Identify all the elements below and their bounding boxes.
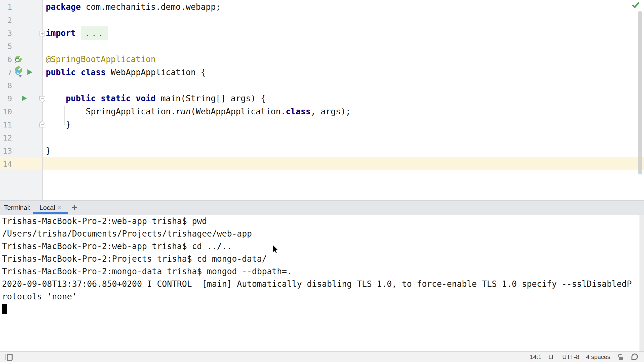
code-line-13[interactable]: }: [46, 144, 51, 157]
code-line-6[interactable]: @SpringBootApplication: [46, 53, 156, 66]
run-icon[interactable]: [21, 95, 28, 102]
line-separator[interactable]: LF: [548, 353, 555, 360]
fold-expand-icon[interactable]: [39, 31, 45, 36]
statusbar-widgets: 14:1LFUTF-84 spaces: [530, 352, 638, 362]
no-problems-checkmark-icon[interactable]: [631, 1, 640, 10]
code-editor[interactable]: 1package com.mechanitis.demo.webapp;23im…: [0, 0, 644, 200]
line-number: 3: [0, 27, 12, 40]
code-token: , args);: [311, 107, 351, 116]
code-line-3[interactable]: import ...: [46, 27, 108, 40]
svg-text:c: c: [17, 70, 19, 75]
code-token: }: [46, 120, 71, 129]
fold-end-icon[interactable]: [39, 120, 46, 128]
line-number: 9: [0, 92, 12, 105]
code-token: WebAppApplication {: [106, 67, 206, 77]
line-number: 8: [0, 79, 12, 92]
terminal-line: Trishas-MacBook-Pro-2:web-app trisha$ cd…: [2, 240, 232, 253]
code-token: }: [46, 146, 51, 156]
code-token: main(String[] args) {: [156, 94, 266, 103]
encoding[interactable]: UTF-8: [562, 353, 579, 360]
folded-import-placeholder[interactable]: ...: [81, 26, 108, 40]
code-token: com.mechanitis.demo.webapp;: [81, 2, 221, 12]
code-line-1[interactable]: package com.mechanitis.demo.webapp;: [46, 1, 221, 14]
code-token: [76, 28, 81, 38]
code-line-10[interactable]: SpringApplication.run(WebAppApplication.…: [46, 105, 351, 118]
code-token: public class: [46, 67, 106, 77]
code-token: package: [46, 2, 81, 12]
run-icon[interactable]: [27, 69, 33, 75]
event-balloon-icon[interactable]: [630, 353, 638, 361]
terminal-line: 2020-09-08T13:37:06.850+0200 I CONTROL […: [2, 278, 632, 290]
caret-position[interactable]: 14:1: [530, 353, 542, 360]
code-token: class: [286, 107, 311, 116]
line-number: 14: [0, 157, 12, 170]
code-token: import: [46, 28, 76, 38]
toolwindow-toggle-icon[interactable]: [6, 354, 13, 360]
status-bar: 14:1LFUTF-84 spaces: [0, 351, 644, 362]
code-token: [46, 94, 66, 103]
line-number: 13: [0, 144, 12, 157]
code-line-11[interactable]: }: [46, 118, 71, 131]
terminal-scrollbar[interactable]: [639, 215, 644, 351]
editor-scrollbar[interactable]: [638, 11, 642, 174]
terminal-header: Terminal: Local × +: [0, 200, 644, 215]
code-line-9[interactable]: public static void main(String[] args) {: [46, 92, 266, 105]
lock-icon[interactable]: [617, 353, 624, 360]
indent-style[interactable]: 4 spaces: [586, 353, 610, 360]
terminal-line: Trishas-MacBook-Pro-2:Projects trisha$ c…: [2, 253, 267, 265]
terminal-tab-local[interactable]: Local ×: [33, 201, 68, 215]
fold-start-icon[interactable]: [39, 96, 46, 103]
line-number: 12: [0, 131, 12, 144]
terminal-line: /Users/trisha/Documents/Projects/trishag…: [2, 228, 252, 240]
terminal-line: Trishas-MacBook-Pro-2:web-app trisha$ pw…: [2, 215, 207, 228]
active-tab-underline: [33, 212, 68, 214]
line-number: 1: [0, 1, 12, 14]
line-number: 10: [0, 105, 12, 118]
line-number: 6: [0, 53, 12, 66]
line-number: 7: [0, 66, 12, 79]
code-token: public static void: [66, 94, 156, 103]
spring-bean-search-icon[interactable]: [14, 55, 23, 64]
code-line-7[interactable]: public class WebAppApplication {: [46, 66, 206, 79]
line-number: 2: [0, 14, 12, 27]
new-terminal-tab-button[interactable]: +: [71, 201, 77, 215]
mouse-cursor: [272, 244, 279, 254]
spring-boot-class-icon[interactable]: c: [14, 66, 25, 77]
line-number: 5: [0, 40, 12, 53]
terminal-line: Trishas-MacBook-Pro-2:mongo-data trisha$…: [2, 265, 292, 278]
code-token: SpringApplication.: [46, 107, 176, 116]
terminal-panel-label: Terminal:: [4, 201, 30, 215]
caret-row-highlight: [0, 157, 644, 170]
code-token: @SpringBootApplication: [46, 54, 156, 64]
code-token: (WebAppApplication.: [191, 107, 286, 116]
code-token: run: [176, 107, 191, 116]
terminal-cursor: [2, 304, 7, 314]
terminal-output[interactable]: Trishas-MacBook-Pro-2:web-app trisha$ pw…: [0, 215, 644, 351]
terminal-line: rotocols 'none': [2, 290, 77, 303]
line-number: 11: [0, 118, 12, 131]
